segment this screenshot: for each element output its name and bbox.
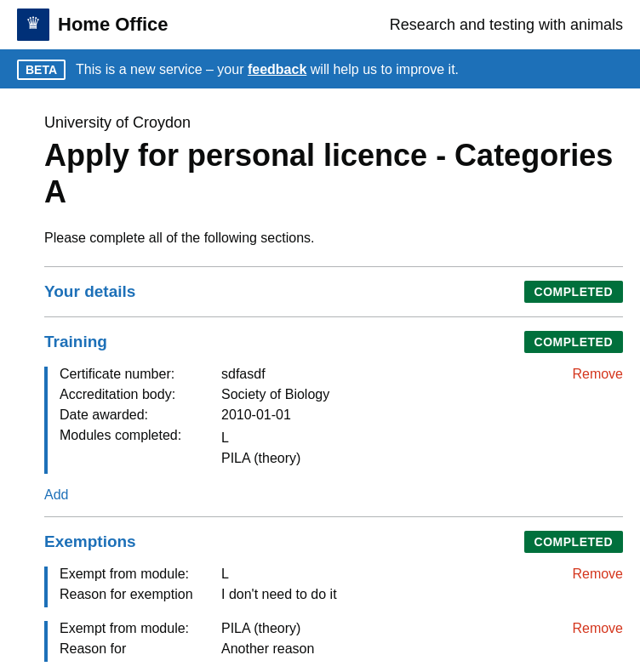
training-header: Training COMPLETED [44,331,623,353]
feedback-link[interactable]: feedback [248,62,306,77]
entry-border [44,367,48,474]
exemption-content-2: Exempt from module: PILA (theory) Reason… [60,621,558,662]
exemption-content-1: Exempt from module: L Reason for exempti… [60,567,558,607]
page-title: Apply for personal licence - Categories … [44,137,623,210]
exemptions-header: Exemptions COMPLETED [44,531,623,553]
your-details-status: COMPLETED [524,281,623,303]
exemption-remove-link-1[interactable]: Remove [558,567,623,582]
exempt-reason-value-1: I don't need to do it [221,587,558,602]
training-section: Training COMPLETED Certificate number: s… [44,316,623,516]
training-entry-content: Certificate number: sdfasdf Accreditatio… [60,367,558,474]
service-name: Research and testing with animals [390,16,623,34]
site-header: ♛ Home Office Research and testing with … [0,0,640,51]
beta-banner: BETA This is a new service – your feedba… [0,51,640,88]
beta-text-before: This is a new service – your [76,62,243,77]
main-content: University of Croydon Apply for personal… [0,88,640,672]
exemptions-status: COMPLETED [524,531,623,553]
date-value: 2010-01-01 [221,407,558,423]
your-details-link[interactable]: Your details [44,282,135,301]
certificate-value: sdfasdf [221,367,558,382]
accreditation-label: Accreditation body: [60,387,221,402]
your-details-header: Your details COMPLETED [44,281,623,303]
exemption-entry-2: Exempt from module: PILA (theory) Reason… [44,621,623,662]
exemption-entry-1: Exempt from module: L Reason for exempti… [44,567,623,607]
org-name-header: Home Office [58,14,169,36]
training-link[interactable]: Training [44,333,107,351]
exempt-reason-row-2: Reason for Another reason [60,641,558,657]
certificate-row: Certificate number: sdfasdf [60,367,558,382]
exemption-border-2 [44,621,48,662]
exempt-module-label-1: Exempt from module: [60,567,221,582]
exempt-reason-label-2: Reason for [60,641,221,657]
training-remove-link[interactable]: Remove [558,367,623,382]
exemption-remove-link-2[interactable]: Remove [558,621,623,636]
certificate-label: Certificate number: [60,367,221,382]
university-name: University of Croydon [44,114,623,132]
exempt-module-value-2: PILA (theory) [221,621,558,636]
your-details-section: Your details COMPLETED [44,266,623,303]
beta-tag: BETA [17,60,66,80]
accreditation-value: Society of Biology [221,387,558,402]
beta-text: This is a new service – your feedback wi… [76,62,459,77]
date-row: Date awarded: 2010-01-01 [60,407,558,423]
instruction-text: Please complete all of the following sec… [44,231,623,246]
exemptions-section: Exemptions COMPLETED Exempt from module:… [44,516,623,662]
accreditation-row: Accreditation body: Society of Biology [60,387,558,402]
exempt-reason-row-1: Reason for exemption I don't need to do … [60,587,558,602]
beta-text-after: will help us to improve it. [311,62,459,77]
exempt-reason-label-1: Reason for exemption [60,587,221,602]
exempt-reason-value-2: Another reason [221,641,558,657]
exemptions-link[interactable]: Exemptions [44,532,136,551]
exempt-module-value-1: L [221,567,558,582]
svg-text:♛: ♛ [26,14,41,32]
training-status: COMPLETED [524,331,623,353]
modules-label: Modules completed: [60,428,221,469]
exempt-module-row-2: Exempt from module: PILA (theory) [60,621,558,636]
logo-group: ♛ Home Office [17,9,169,41]
exempt-module-row-1: Exempt from module: L [60,567,558,582]
modules-row: Modules completed: LPILA (theory) [60,428,558,469]
crown-logo: ♛ [17,9,49,41]
training-add-link[interactable]: Add [44,487,68,503]
training-entry: Certificate number: sdfasdf Accreditatio… [44,367,623,474]
date-label: Date awarded: [60,407,221,423]
exempt-module-label-2: Exempt from module: [60,621,221,636]
exemption-border-1 [44,567,48,607]
modules-value: LPILA (theory) [221,428,558,469]
